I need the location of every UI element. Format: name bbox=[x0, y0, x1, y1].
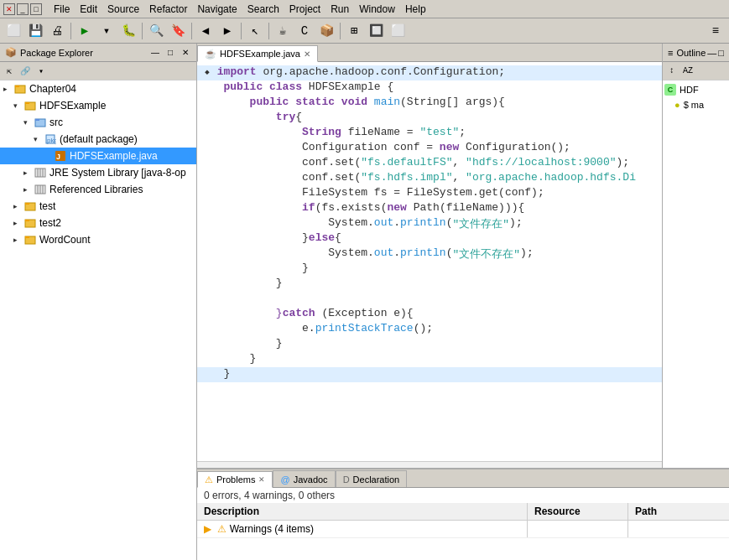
code-token: ⬥ bbox=[204, 65, 217, 78]
code-token: printStackTrace bbox=[315, 322, 414, 334]
prev-btn[interactable]: ◀ bbox=[195, 21, 216, 41]
menu-source[interactable]: Source bbox=[102, 2, 144, 17]
menu-navigate[interactable]: Navigate bbox=[192, 2, 242, 17]
tree-icon: J bbox=[54, 149, 67, 163]
problems-close[interactable]: ✕ bbox=[258, 475, 265, 484]
sep3 bbox=[191, 23, 192, 39]
code-token: Configuration bbox=[466, 141, 550, 153]
outline-item-main[interactable]: ● $ ma bbox=[664, 97, 727, 112]
view-menu-btn[interactable]: ▾ bbox=[34, 64, 49, 79]
outline-sort-btn[interactable]: AZ bbox=[680, 64, 695, 79]
table-row[interactable]: ▶ ⚠ Warnings (4 items) bbox=[197, 521, 729, 538]
perspective-btn[interactable]: ⊞ bbox=[344, 21, 364, 41]
menu-edit[interactable]: Edit bbox=[75, 2, 102, 17]
tree-item-default-pkg[interactable]: ▾pkg(default package) bbox=[0, 131, 196, 148]
collapse-all-btn[interactable]: ⇱ bbox=[2, 64, 17, 79]
code-token: public bbox=[250, 96, 296, 108]
cursor-btn[interactable]: ↖ bbox=[245, 21, 265, 41]
new-class-btn[interactable]: C bbox=[294, 21, 315, 41]
code-line-5: String fileName = "test"; bbox=[197, 126, 662, 141]
save-btn[interactable]: 💾 bbox=[25, 21, 45, 41]
outline-panel: ≡ Outline — □ ↕ AZ C HDF ● $ ma bbox=[662, 44, 729, 468]
svg-rect-1 bbox=[15, 86, 19, 87]
code-token: println bbox=[400, 216, 446, 229]
code-token: Configuration bbox=[302, 141, 393, 153]
code-token: "fs.hdfs.impl" bbox=[361, 171, 452, 184]
code-token: .set( bbox=[328, 171, 361, 184]
search-btn[interactable]: 🔍 bbox=[146, 21, 166, 41]
code-token: "org.apache.hadoop.hdfs.Di bbox=[466, 171, 636, 184]
javadoc-icon: @ bbox=[280, 474, 289, 485]
row-path bbox=[628, 521, 729, 537]
outline-maximize[interactable]: □ bbox=[718, 48, 724, 58]
outline-minimize[interactable]: — bbox=[707, 48, 716, 58]
tab-declaration[interactable]: D Declaration bbox=[336, 470, 408, 487]
new-pkg-btn[interactable]: 📦 bbox=[316, 21, 336, 41]
tab-close-btn[interactable]: ✕ bbox=[304, 49, 310, 59]
tree-item-referenced-libs[interactable]: ▸Referenced Libraries bbox=[0, 181, 196, 198]
panel-close-btn[interactable]: ✕ bbox=[180, 47, 191, 59]
code-line-11: System.out.println("文件存在"); bbox=[197, 216, 662, 231]
tree-item-test2[interactable]: ▸test2 bbox=[0, 215, 196, 231]
code-token: "文件不存在" bbox=[452, 246, 520, 262]
tab-problems[interactable]: ⚠ Problems ✕ bbox=[197, 471, 273, 488]
menu-window[interactable]: Window bbox=[354, 2, 400, 17]
menu-help[interactable]: Help bbox=[400, 2, 431, 17]
outline-item-hdfs[interactable]: C HDF bbox=[664, 82, 727, 97]
code-token: } bbox=[204, 367, 230, 380]
package-explorer-title: Package Explorer bbox=[20, 48, 146, 58]
code-token: (fs.exists( bbox=[315, 201, 388, 214]
code-token bbox=[204, 141, 302, 153]
code-editor[interactable]: ⬥ import org.apache.hadoop.conf.Configur… bbox=[197, 62, 662, 461]
editor-tab-hdfs[interactable]: ☕ HDFSExample.java ✕ bbox=[197, 45, 318, 62]
tree-item-src[interactable]: ▾src bbox=[0, 114, 196, 131]
code-token: if bbox=[302, 201, 315, 214]
code-line-20: } bbox=[197, 352, 662, 367]
row-description: ▶ ⚠ Warnings (4 items) bbox=[197, 521, 528, 537]
outline-title: Outline bbox=[676, 48, 706, 58]
close-btn[interactable]: ✕ bbox=[3, 3, 15, 15]
toolbar-right[interactable]: ≡ bbox=[706, 21, 726, 41]
tree-item-jre-system[interactable]: ▸JRE System Library [java-8-op bbox=[0, 164, 196, 181]
code-token: println bbox=[400, 246, 446, 259]
menu-search[interactable]: Search bbox=[242, 2, 284, 17]
minimize-btn[interactable]: _ bbox=[17, 3, 29, 15]
panel-minimize-btn[interactable]: — bbox=[149, 47, 161, 59]
tree-item-test[interactable]: ▸test bbox=[0, 198, 196, 215]
open-perspective[interactable]: 🔲 bbox=[366, 21, 386, 41]
run-dropdown[interactable]: ▾ bbox=[96, 21, 117, 41]
tab-javadoc[interactable]: @ Javadoc bbox=[273, 470, 335, 487]
new-java-btn[interactable]: ☕ bbox=[273, 21, 293, 41]
menu-project[interactable]: Project bbox=[284, 2, 325, 17]
next-btn[interactable]: ▶ bbox=[217, 21, 237, 41]
code-token: class bbox=[269, 80, 309, 93]
maximize-btn[interactable]: □ bbox=[30, 3, 42, 15]
debug-btn[interactable]: 🐛 bbox=[118, 21, 138, 41]
tree-item-chapter04[interactable]: ▸Chapter04 bbox=[0, 80, 196, 97]
code-token: import bbox=[217, 65, 263, 78]
code-token: ( bbox=[446, 246, 453, 259]
outline-collapse-btn[interactable]: ↕ bbox=[664, 64, 680, 79]
tree-item-wordcount[interactable]: ▸WordCount bbox=[0, 231, 196, 248]
tree-item-hdfsexample-java[interactable]: JHDFSExample.java bbox=[0, 148, 196, 164]
menu-run[interactable]: Run bbox=[325, 2, 354, 17]
link-editor-btn[interactable]: 🔗 bbox=[18, 64, 33, 79]
run-btn[interactable]: ▶ bbox=[75, 21, 95, 41]
code-token: ); bbox=[520, 246, 534, 259]
main-area: 📦 Package Explorer — □ ✕ ⇱ 🔗 ▾ ▸Chapter0… bbox=[0, 44, 729, 560]
editor-outline-area: ☕ HDFSExample.java ✕ ⬥ import org.apache… bbox=[197, 44, 729, 468]
panel-maximize-btn[interactable]: □ bbox=[164, 47, 176, 59]
toolbar: ⬜ 💾 🖨 ▶ ▾ 🐛 🔍 🔖 ◀ ▶ ↖ ☕ C 📦 ⊞ 🔲 ⬜ ≡ bbox=[0, 18, 729, 44]
print-btn[interactable]: 🖨 bbox=[47, 21, 67, 41]
bookmark-btn[interactable]: 🔖 bbox=[168, 21, 188, 41]
expand-arrow-icon[interactable]: ▶ bbox=[204, 523, 211, 535]
tree-item-hdfsexample[interactable]: ▾HDFSExample bbox=[0, 97, 196, 114]
new-btn[interactable]: ⬜ bbox=[3, 21, 23, 41]
code-token: System. bbox=[204, 246, 374, 259]
editor-scrollbar[interactable] bbox=[197, 461, 662, 468]
code-line-15: } bbox=[197, 277, 662, 292]
menu-file[interactable]: File bbox=[49, 2, 75, 17]
toolbar-extra[interactable]: ⬜ bbox=[388, 21, 408, 41]
outline-class-label: HDF bbox=[680, 85, 699, 95]
menu-refactor[interactable]: Refactor bbox=[144, 2, 192, 17]
